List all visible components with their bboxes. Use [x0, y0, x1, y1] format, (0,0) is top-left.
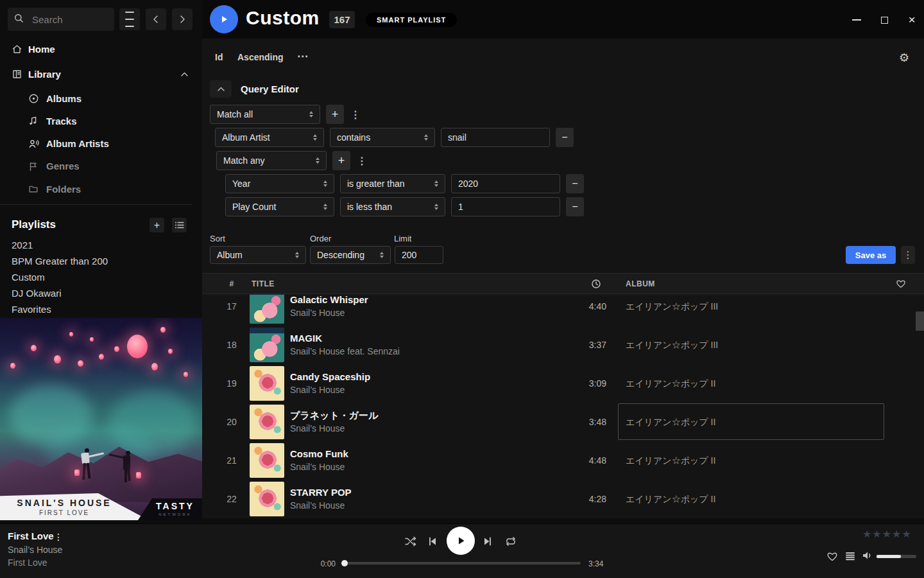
sidebar-item-tracks[interactable]: Tracks [0, 112, 202, 129]
back-button[interactable] [146, 8, 166, 30]
sidebar-item-album-artists[interactable]: Album Artists [0, 136, 202, 152]
track-album: エイリアン☆ポップ II [626, 494, 715, 505]
playlist-item-custom[interactable]: Custom [12, 269, 191, 285]
next-button[interactable] [482, 536, 493, 547]
sidebar-item-genres[interactable]: Genres [0, 158, 202, 175]
rule-value-input[interactable] [451, 197, 560, 216]
save-options-button[interactable]: ⋮ [901, 246, 915, 264]
rule-value-input[interactable] [451, 174, 560, 193]
save-as-button[interactable]: Save as [846, 246, 896, 264]
album-art-thumbnail[interactable] [250, 482, 284, 516]
player-bar: First Love ⋮ Snail’s House First Love 0:… [0, 523, 924, 578]
rule-operator-select[interactable]: contains [330, 128, 435, 147]
album-art-thumbnail[interactable] [250, 443, 284, 478]
seek-knob[interactable] [341, 560, 348, 566]
album-art-thumbnail[interactable] [250, 405, 284, 439]
flag-icon [28, 161, 38, 171]
add-rule-button[interactable]: + [332, 151, 350, 170]
shuffle-button[interactable] [404, 534, 418, 548]
remove-rule-button[interactable]: − [556, 128, 574, 147]
rule-field-select[interactable]: Play Count [225, 197, 334, 216]
group-options-button[interactable]: ⋮ [350, 109, 361, 121]
volume-slider[interactable] [877, 555, 916, 558]
sidebar-item-label: Album Artists [46, 138, 109, 149]
playlist-item-bpm-greater-than-200[interactable]: BPM Greater than 200 [12, 253, 191, 269]
chevron-up-icon[interactable] [180, 71, 189, 77]
playlist-options-button[interactable] [172, 218, 187, 232]
cover-art-figure [124, 469, 127, 482]
seek-bar[interactable] [343, 562, 581, 565]
match-mode-select[interactable]: Match any [216, 151, 327, 170]
sort-select[interactable]: Album [210, 246, 306, 264]
track-row[interactable]: 22STARRY POPSnail’s House4:28エイリアン☆ポップ I… [202, 480, 924, 518]
window-minimize-button[interactable] [848, 12, 865, 28]
vertical-scrollbar-thumb[interactable] [916, 311, 924, 331]
limit-input[interactable] [395, 246, 443, 264]
volume-icon[interactable] [861, 550, 873, 561]
repeat-button[interactable] [504, 534, 518, 548]
settings-gear-icon[interactable]: ⚙ [899, 51, 909, 65]
star-icon[interactable]: ★ [862, 528, 871, 540]
column-number[interactable]: # [219, 279, 244, 288]
lantern-glow [184, 372, 188, 377]
order-select[interactable]: Descending [310, 246, 391, 264]
now-playing-options-button[interactable]: ⋮ [54, 532, 63, 542]
rule-field-select[interactable]: Year [225, 174, 334, 193]
now-playing-cover[interactable]: SNAIL'S HOUSE FIRST LOVE TASTY NETWORK [0, 318, 202, 520]
rule-value-input[interactable] [441, 128, 550, 147]
horizontal-scrollbar-track[interactable] [202, 518, 924, 523]
track-row[interactable]: 20プラネット・ガールSnail’s House3:48エイリアン☆ポップ II [202, 403, 924, 441]
elapsed-time: 0:00 [312, 559, 336, 568]
track-row[interactable]: 21Cosmo FunkSnail’s House4:48エイリアン☆ポップ I… [202, 441, 924, 480]
star-icon[interactable]: ★ [892, 528, 901, 540]
sort-direction-button[interactable]: Ascending [237, 52, 284, 62]
query-editor-collapse-button[interactable] [210, 80, 232, 98]
sidebar-item-home[interactable]: Home [0, 40, 202, 58]
add-rule-button[interactable]: + [326, 105, 344, 124]
star-icon[interactable]: ★ [882, 528, 891, 540]
playlist-item-2021[interactable]: 2021 [12, 237, 191, 253]
group-options-button[interactable]: ⋮ [356, 155, 368, 167]
column-album[interactable]: ALBUM [626, 279, 655, 288]
more-options-button[interactable]: ⋯ [297, 49, 308, 63]
window-close-button[interactable]: × [903, 12, 920, 28]
track-duration: 3:09 [551, 378, 606, 389]
rating-stars[interactable]: ★★★★★ [862, 528, 911, 540]
remove-rule-button[interactable]: − [566, 174, 584, 193]
playlist-item-dj-okawari[interactable]: DJ Okawari [12, 285, 191, 301]
star-icon[interactable]: ★ [872, 528, 881, 540]
track-album: エイリアン☆ポップ II [626, 455, 715, 467]
limit-label: Limit [394, 234, 411, 243]
forward-button[interactable] [172, 8, 193, 30]
favorite-heart-icon[interactable] [896, 279, 906, 288]
previous-button[interactable] [427, 536, 438, 547]
play-playlist-button[interactable] [210, 5, 238, 33]
album-art-thumbnail[interactable] [250, 294, 284, 324]
duration-clock-icon[interactable] [591, 279, 601, 289]
playlist-item-favorites[interactable]: Favorites [12, 301, 191, 317]
match-mode-select[interactable]: Match all [210, 105, 320, 124]
add-playlist-button[interactable]: + [150, 218, 164, 232]
track-artist: Snail’s House [290, 423, 345, 434]
star-icon[interactable]: ★ [902, 528, 911, 540]
sidebar-item-library[interactable]: Library [0, 65, 202, 83]
track-row[interactable]: 17Galactic WhisperSnail’s House4:40エイリアン… [202, 294, 924, 326]
track-row[interactable]: 19Candy SpaceshipSnail’s House3:09エイリアン☆… [202, 364, 924, 403]
rule-operator-select[interactable]: is less than [340, 197, 445, 216]
queue-button[interactable] [844, 550, 856, 562]
sidebar-item-albums[interactable]: Albums [0, 90, 202, 107]
remove-rule-button[interactable]: − [566, 197, 584, 216]
album-art-thumbnail[interactable] [250, 328, 284, 362]
menu-button[interactable] [119, 8, 140, 30]
album-art-thumbnail[interactable] [250, 366, 284, 401]
column-title[interactable]: TITLE [252, 279, 275, 288]
rule-operator-select[interactable]: is greater than [340, 174, 445, 193]
play-pause-button[interactable] [447, 527, 475, 555]
track-row[interactable]: 18MAGIKSnail’s House feat. Sennzai3:37エイ… [202, 326, 924, 364]
window-maximize-button[interactable] [876, 12, 893, 28]
favorite-button[interactable] [826, 550, 838, 562]
sort-field-button[interactable]: Id [215, 52, 223, 62]
sidebar-item-folders[interactable]: Folders [0, 180, 202, 197]
track-list[interactable]: 17Galactic WhisperSnail’s House4:40エイリアン… [202, 294, 924, 518]
rule-field-select[interactable]: Album Artist [215, 128, 324, 147]
